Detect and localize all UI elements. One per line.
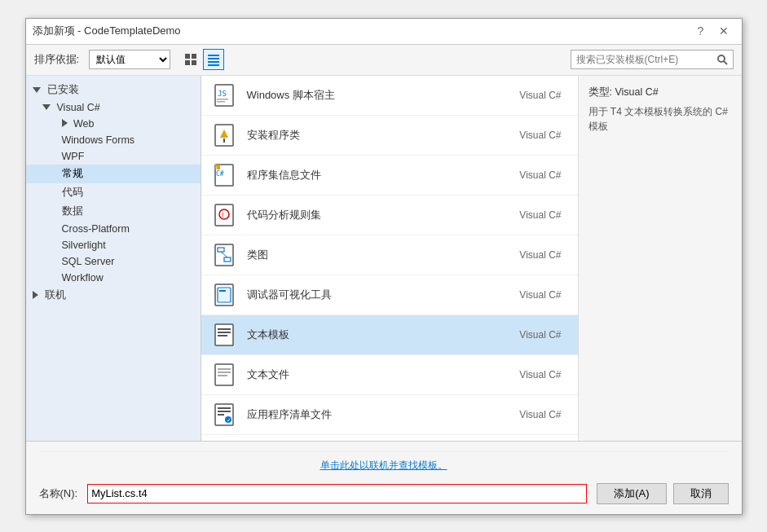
svg-rect-37 — [218, 372, 231, 373]
manifest-icon: ✓ — [211, 402, 237, 428]
rules-icon: ! — [211, 202, 237, 228]
template-row[interactable]: 文本模板 Visual C# — [201, 315, 578, 355]
svg-rect-7 — [208, 64, 219, 66]
template-lang: Visual C# — [519, 209, 567, 221]
sidebar-item-code[interactable]: 代码 — [26, 183, 201, 202]
help-button[interactable]: ? — [690, 20, 712, 42]
search-input[interactable] — [576, 54, 716, 65]
template-row[interactable]: JS Windows 脚本宿主 Visual C# — [201, 76, 578, 116]
close-button[interactable]: ✕ — [712, 20, 735, 42]
svg-rect-36 — [218, 368, 231, 370]
diagram-icon — [211, 242, 237, 268]
template-name: 代码分析规则集 — [247, 208, 321, 222]
type-label: 类型: — [588, 86, 612, 98]
data-label: 数据 — [62, 205, 83, 217]
main-content: 已安装 Visual C# Web Windows Forms WPF 常规 代… — [26, 76, 742, 441]
grid-view-button[interactable] — [180, 49, 201, 70]
template-name: 调试器可视化工具 — [247, 288, 332, 302]
sidebar-item-web[interactable]: Web — [26, 116, 201, 132]
svg-rect-30 — [219, 290, 226, 292]
bottom-bar: 单击此处以联机并查找模板。 名称(N): 添加(A) 取消 — [26, 441, 742, 514]
template-row[interactable]: 安装程序类 Visual C# — [201, 116, 578, 156]
right-panel: 类型: Visual C# 用于 T4 文本模板转换系统的 C# 模板 — [579, 76, 742, 441]
installed-header[interactable]: 已安装 — [26, 81, 201, 99]
sort-select[interactable]: 默认值 — [89, 50, 170, 69]
search-box — [571, 50, 734, 69]
svg-rect-12 — [217, 99, 228, 100]
right-panel-description: 用于 T4 文本模板转换系统的 C# 模板 — [588, 104, 732, 134]
view-buttons — [180, 49, 224, 70]
online-link[interactable]: 单击此处以联机并查找模板。 — [320, 459, 447, 471]
add-button[interactable]: 添加(A) — [597, 483, 666, 504]
link-area: 单击此处以联机并查找模板。 — [39, 451, 729, 479]
add-new-item-dialog: 添加新项 - CodeTemplateDemo ? ✕ 排序依据: 默认值 — [25, 18, 743, 515]
svg-rect-42 — [218, 414, 224, 415]
sidebar-item-common[interactable]: 常规 — [26, 165, 201, 183]
template-name: 程序集信息文件 — [247, 168, 321, 182]
svg-text:!: ! — [222, 211, 224, 219]
template-row[interactable]: ! 代码分析规则集 Visual C# — [201, 196, 578, 235]
list-view-button[interactable] — [203, 49, 224, 70]
sidebar-item-workflow[interactable]: Workflow — [26, 270, 201, 286]
code-label: 代码 — [62, 187, 83, 198]
network-label: 联机 — [45, 288, 66, 302]
script-icon: JS — [211, 82, 237, 108]
svg-point-8 — [718, 55, 725, 62]
template-lang: Visual C# — [519, 369, 567, 380]
assembly-icon: C# i — [211, 162, 237, 188]
svg-text:i: i — [216, 165, 217, 170]
template-row[interactable]: ✓ 应用程序清单文件 Visual C# — [201, 395, 578, 435]
template-row[interactable]: 文本文件 Visual C# — [201, 355, 578, 395]
template-lang: Visual C# — [519, 409, 567, 420]
template-name: 应用程序清单文件 — [247, 407, 332, 422]
title-bar: 添加新项 - CodeTemplateDemo ? ✕ — [26, 19, 742, 45]
template-row[interactable]: C# i 程序集信息文件 Visual C# — [201, 156, 578, 196]
text-file-icon — [211, 362, 237, 388]
svg-rect-33 — [218, 332, 231, 333]
template-row[interactable]: 调试器可视化工具 Visual C# — [201, 275, 578, 315]
sidebar-item-sql-server[interactable]: SQL Server — [26, 253, 201, 270]
svg-rect-16 — [223, 138, 225, 143]
sidebar-item-windows-forms[interactable]: Windows Forms — [26, 132, 201, 148]
name-label: 名称(N): — [39, 486, 78, 501]
template-lang: Visual C# — [519, 169, 567, 181]
network-expand-icon — [33, 291, 38, 299]
svg-rect-3 — [192, 60, 196, 65]
template-row[interactable]: R 运行时文本模板 Visual C# — [201, 435, 578, 441]
svg-rect-6 — [208, 61, 219, 63]
sort-label: 排序依据: — [34, 52, 80, 67]
web-expand-icon — [62, 119, 68, 127]
svg-rect-2 — [185, 60, 190, 65]
name-row: 名称(N): 添加(A) 取消 — [39, 483, 729, 504]
sidebar-item-data[interactable]: 数据 — [26, 202, 201, 221]
search-icon[interactable] — [716, 54, 728, 65]
template-name: 文本文件 — [247, 367, 289, 382]
svg-text:JS: JS — [218, 90, 227, 98]
template-name: 类图 — [247, 248, 268, 262]
template-lang: Visual C# — [519, 249, 567, 261]
visual-cs-header[interactable]: Visual C# — [26, 99, 201, 116]
cancel-button[interactable]: 取消 — [673, 483, 729, 504]
svg-rect-0 — [185, 54, 190, 59]
svg-rect-5 — [208, 58, 219, 59]
template-lang: Visual C# — [519, 329, 567, 341]
visual-cs-label: Visual C# — [57, 102, 100, 113]
sidebar-item-cross-platform[interactable]: Cross-Platform — [26, 221, 201, 237]
svg-rect-21 — [215, 204, 233, 226]
network-header[interactable]: 联机 — [26, 286, 201, 305]
svg-text:C#: C# — [216, 170, 224, 178]
template-row[interactable]: 类图 Visual C# — [201, 235, 578, 275]
text-template-icon — [211, 322, 237, 348]
sidebar-item-silverlight[interactable]: Silverlight — [26, 237, 201, 253]
sql-server-label: SQL Server — [62, 256, 115, 267]
sidebar-item-wpf[interactable]: WPF — [26, 148, 201, 165]
svg-rect-41 — [218, 411, 231, 412]
template-lang: Visual C# — [519, 130, 567, 141]
title-controls: ? ✕ — [690, 20, 735, 42]
silverlight-label: Silverlight — [62, 240, 106, 251]
template-name: 文本模板 — [247, 328, 289, 342]
name-input[interactable] — [87, 484, 587, 503]
installed-label: 已安装 — [47, 83, 79, 97]
installer-icon — [211, 122, 237, 148]
template-list: JS Windows 脚本宿主 Visual C# 安装程序类 Visual C… — [201, 76, 579, 441]
